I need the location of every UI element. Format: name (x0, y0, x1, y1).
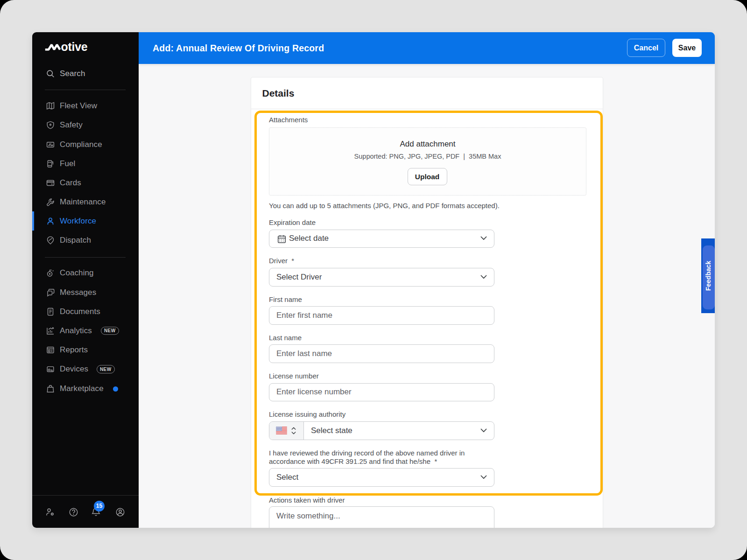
svg-text:otive: otive (61, 42, 88, 52)
